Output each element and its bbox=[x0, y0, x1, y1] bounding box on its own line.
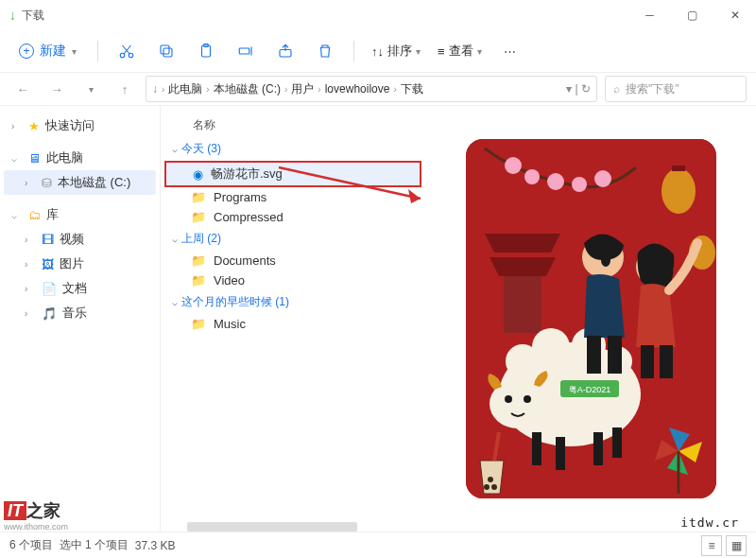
watermark: IT之家 www.ithome.com bbox=[4, 499, 68, 532]
status-size: 37.3 KB bbox=[135, 539, 176, 552]
delete-icon[interactable] bbox=[308, 34, 342, 68]
address-bar: ← → ▾ ↑ ↓ › 此电脑› 本地磁盘 (C:)› 用户› lovewhoi… bbox=[0, 72, 756, 106]
view-button[interactable]: ≡ 查看 ▾ bbox=[432, 39, 488, 63]
group-today[interactable]: ⌵今天 (3) bbox=[164, 137, 421, 161]
file-row[interactable]: 📁Music bbox=[164, 314, 421, 334]
rename-icon[interactable] bbox=[229, 34, 263, 68]
library-icon: 🗂 bbox=[28, 208, 41, 222]
svg-point-42 bbox=[491, 484, 497, 490]
pc-icon: 🖥 bbox=[28, 151, 41, 166]
svg-rect-2 bbox=[163, 48, 172, 57]
svg-rect-3 bbox=[161, 45, 169, 54]
svg-point-10 bbox=[505, 157, 522, 174]
sidebar-libraries[interactable]: ⌵🗂库 bbox=[4, 202, 156, 227]
maximize-button[interactable]: ▢ bbox=[671, 0, 713, 30]
svg-rect-38 bbox=[641, 345, 654, 378]
image-icon: 🖼 bbox=[42, 257, 54, 271]
svg-rect-28 bbox=[556, 437, 565, 470]
drive-icon: ⛁ bbox=[42, 176, 52, 190]
group-last-week[interactable]: ⌵上周 (2) bbox=[164, 227, 421, 251]
status-selected: 选中 1 个项目 bbox=[60, 537, 129, 553]
file-list: 名称 ⌵今天 (3) ◉畅游花市.svg 📁Programs 📁Compress… bbox=[161, 106, 425, 532]
folder-icon: 📁 bbox=[191, 317, 206, 331]
svg-point-26 bbox=[524, 395, 531, 403]
music-icon: 🎵 bbox=[42, 306, 57, 321]
close-button[interactable]: ✕ bbox=[713, 0, 756, 30]
more-icon[interactable]: ⋯ bbox=[493, 34, 527, 68]
view-icon: ≡ bbox=[438, 44, 445, 59]
group-earlier-month[interactable]: ⌵这个月的早些时候 (1) bbox=[164, 290, 421, 314]
share-icon[interactable] bbox=[268, 34, 302, 68]
search-input[interactable]: ⌕ 搜索"下载" bbox=[605, 76, 747, 102]
svg-point-37 bbox=[652, 264, 662, 275]
minimize-button[interactable]: ─ bbox=[628, 0, 671, 30]
sidebar-pictures[interactable]: ›🖼图片 bbox=[4, 252, 156, 276]
file-row[interactable]: 📁Documents bbox=[164, 251, 421, 270]
svg-rect-35 bbox=[608, 336, 622, 374]
sidebar-quick-access[interactable]: ›★快速访问 bbox=[4, 113, 156, 138]
svg-rect-27 bbox=[532, 432, 541, 465]
svg-rect-6 bbox=[239, 48, 249, 54]
back-button[interactable]: ← bbox=[9, 76, 36, 102]
folder-icon: 📁 bbox=[191, 273, 206, 288]
sidebar-music[interactable]: ›🎵音乐 bbox=[4, 301, 156, 325]
new-button[interactable]: + 新建 ▾ bbox=[9, 39, 86, 63]
svg-rect-15 bbox=[504, 276, 541, 333]
file-row[interactable]: 📁Video bbox=[164, 270, 421, 290]
sort-button[interactable]: ↑↓ 排序 ▾ bbox=[366, 39, 426, 63]
file-row[interactable]: 📁Programs bbox=[164, 187, 421, 207]
copy-icon[interactable] bbox=[149, 34, 183, 68]
breadcrumb-item[interactable]: 此电脑 bbox=[168, 81, 202, 97]
refresh-icon[interactable]: ▾ | ↻ bbox=[566, 82, 591, 96]
forward-button[interactable]: → bbox=[43, 76, 70, 102]
svg-rect-34 bbox=[587, 336, 601, 374]
sort-icon: ↑↓ bbox=[371, 44, 384, 59]
sidebar-video[interactable]: ›🎞视频 bbox=[4, 227, 156, 252]
plate-text: 粤A-D2021 bbox=[568, 385, 610, 394]
svg-rect-30 bbox=[612, 427, 622, 458]
details-view-icon[interactable]: ≡ bbox=[701, 535, 722, 556]
edge-icon: ◉ bbox=[193, 167, 203, 182]
plus-icon: + bbox=[19, 44, 34, 59]
video-icon: 🎞 bbox=[42, 233, 54, 247]
svg-rect-29 bbox=[593, 432, 603, 465]
sidebar-drive-c[interactable]: ›⛁本地磁盘 (C:) bbox=[4, 170, 156, 195]
column-header-name[interactable]: 名称 bbox=[164, 113, 421, 137]
svg-point-14 bbox=[594, 170, 611, 187]
breadcrumb-item[interactable]: 本地磁盘 (C:) bbox=[214, 81, 281, 97]
download-icon: ↓ bbox=[152, 82, 158, 96]
svg-rect-39 bbox=[660, 345, 673, 378]
breadcrumb-item[interactable]: lovewhoilove bbox=[325, 82, 390, 96]
svg-point-41 bbox=[484, 484, 490, 490]
status-bar: 6 个项目 选中 1 个项目 37.3 KB ≡ ▦ bbox=[0, 532, 756, 558]
svg-point-16 bbox=[662, 168, 696, 214]
folder-icon: 📁 bbox=[191, 210, 206, 224]
breadcrumb-item[interactable]: 下载 bbox=[401, 81, 423, 97]
svg-point-12 bbox=[547, 173, 564, 190]
file-row[interactable]: 📁Compressed bbox=[164, 207, 421, 227]
svg-point-21 bbox=[532, 328, 570, 366]
sidebar-documents[interactable]: ›📄文档 bbox=[4, 276, 156, 301]
breadcrumb-item[interactable]: 用户 bbox=[291, 81, 314, 97]
thumbnails-view-icon[interactable]: ▦ bbox=[726, 535, 747, 556]
titlebar: ↓ 下载 ─ ▢ ✕ bbox=[0, 0, 756, 30]
recent-button[interactable]: ▾ bbox=[77, 76, 104, 102]
breadcrumb[interactable]: ↓ › 此电脑› 本地磁盘 (C:)› 用户› lovewhoilove› 下载… bbox=[146, 76, 597, 102]
svg-rect-17 bbox=[672, 166, 685, 171]
horizontal-scrollbar[interactable] bbox=[187, 522, 357, 532]
itdw-watermark: itdw.cr bbox=[680, 515, 739, 530]
sidebar-this-pc[interactable]: ⌵🖥此电脑 bbox=[4, 146, 156, 170]
paste-icon[interactable] bbox=[189, 34, 223, 68]
up-button[interactable]: ↑ bbox=[112, 76, 138, 102]
preview-image: 粤A-D2021 bbox=[466, 139, 716, 498]
svg-point-13 bbox=[572, 177, 587, 192]
folder-icon: 📁 bbox=[191, 190, 206, 204]
status-count: 6 个项目 bbox=[9, 537, 53, 553]
star-icon: ★ bbox=[28, 119, 40, 133]
file-row[interactable]: ◉畅游花市.svg bbox=[164, 161, 421, 187]
document-icon: 📄 bbox=[42, 282, 57, 296]
chevron-down-icon: ▾ bbox=[72, 46, 77, 57]
svg-point-11 bbox=[524, 169, 540, 184]
download-icon: ↓ bbox=[9, 8, 16, 23]
cut-icon[interactable] bbox=[110, 34, 144, 68]
